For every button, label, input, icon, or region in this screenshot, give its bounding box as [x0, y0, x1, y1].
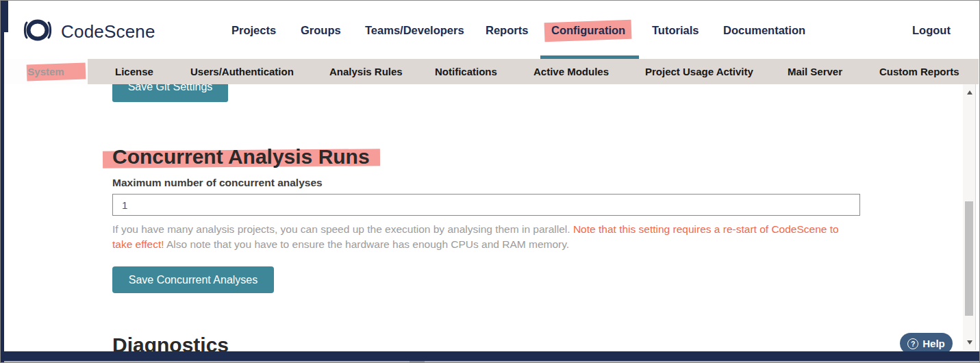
- save-concurrent-analyses-button[interactable]: Save Concurrent Analyses: [112, 266, 274, 293]
- subnav-item-mail-server[interactable]: Mail Server: [788, 66, 842, 77]
- codescene-logo-icon: [22, 17, 53, 46]
- help-text-normal: Also note that you have to ensure the ha…: [164, 238, 570, 250]
- nav-item-configuration[interactable]: Configuration: [551, 24, 625, 37]
- subnav-item-analysis-rules[interactable]: Analysis Rules: [329, 66, 403, 77]
- logout-button[interactable]: Logout: [912, 24, 951, 37]
- help-text-normal: If you have many analysis projects, you …: [112, 223, 573, 235]
- nav-item-groups[interactable]: Groups: [301, 24, 341, 37]
- subnav-item-custom-reports[interactable]: Custom Reports: [879, 66, 959, 77]
- top-header: CodeScene Projects Groups Teams/Develope…: [4, 1, 979, 59]
- window-corner-block: [1, 1, 8, 32]
- nav-item-teams-developers[interactable]: Teams/Developers: [365, 24, 464, 37]
- help-button-label: Help: [922, 338, 945, 349]
- subnav-item-project-usage-activity[interactable]: Project Usage Activity: [645, 66, 753, 77]
- subnav-item-notifications[interactable]: Notifications: [435, 66, 497, 77]
- subnav-item-system[interactable]: System: [4, 59, 88, 84]
- subnav-item-license[interactable]: License: [115, 66, 153, 77]
- subnav-item-active-modules[interactable]: Active Modules: [533, 66, 609, 77]
- brand-logo[interactable]: CodeScene: [22, 17, 155, 46]
- nav-item-documentation[interactable]: Documentation: [723, 24, 805, 37]
- window-bottom-bar: [1, 351, 979, 361]
- nav-item-label: Configuration: [551, 24, 625, 36]
- subnav-item-label: System: [4, 66, 88, 77]
- subnav-item-users-authentication[interactable]: Users/Authentication: [190, 66, 294, 77]
- scroll-down-button[interactable]: [963, 336, 976, 349]
- window-left-edge: [1, 1, 4, 362]
- app-window: CodeScene Projects Groups Teams/Develope…: [0, 0, 980, 363]
- arrow-up-icon: [967, 90, 972, 95]
- section-title-concurrent-analysis: Concurrent Analysis Runs: [112, 145, 370, 168]
- concurrent-analyses-help-text: If you have many analysis projects, you …: [112, 222, 859, 251]
- max-concurrent-analyses-input[interactable]: [112, 194, 860, 216]
- question-circle-icon: ?: [907, 338, 918, 349]
- nav-item-projects[interactable]: Projects: [231, 24, 276, 37]
- scrollbar-thumb[interactable]: [965, 201, 973, 316]
- max-concurrent-analyses-label: Maximum number of concurrent analyses: [112, 177, 323, 189]
- arrow-down-icon: [967, 340, 972, 345]
- configuration-subnav: System License Users/Authentication Anal…: [4, 59, 979, 84]
- vertical-scrollbar[interactable]: [963, 84, 976, 350]
- brand-name: CodeScene: [61, 21, 155, 42]
- nav-item-tutorials[interactable]: Tutorials: [652, 24, 699, 37]
- scroll-up-button[interactable]: [963, 86, 976, 99]
- nav-item-reports[interactable]: Reports: [486, 24, 528, 37]
